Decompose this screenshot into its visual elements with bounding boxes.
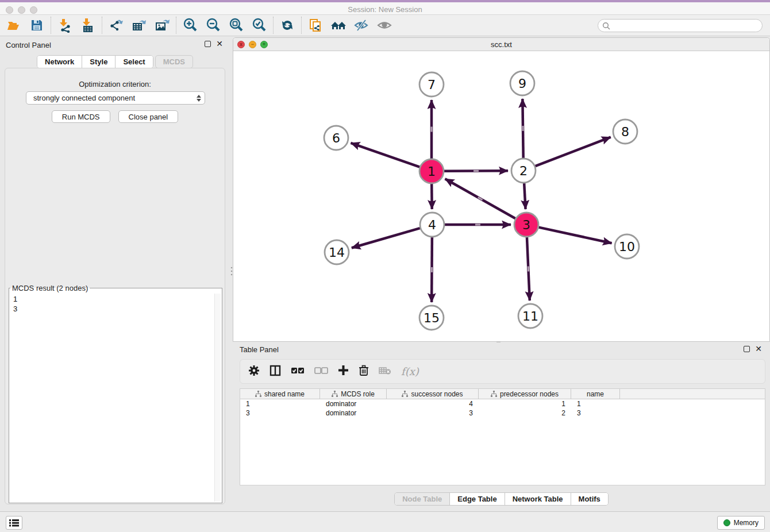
edge-2-3[interactable] xyxy=(524,183,525,209)
mcds-result-text[interactable]: 1 3 xyxy=(10,293,221,502)
column-header-label: predecessor nodes xyxy=(500,390,559,398)
mcds-tab-content: Optimization criterion: strongly connect… xyxy=(5,68,225,504)
import-table-icon[interactable] xyxy=(79,17,97,34)
function-builder-icon[interactable]: f(x) xyxy=(401,365,419,377)
zoom-in-icon[interactable] xyxy=(182,17,199,34)
table-settings-icon[interactable] xyxy=(248,365,260,379)
table-row[interactable]: 3dominator323 xyxy=(240,408,765,418)
table-cell[interactable]: 1 xyxy=(571,400,620,408)
column-visibility-icon[interactable] xyxy=(270,365,281,379)
edge-1-6[interactable] xyxy=(351,143,419,167)
task-history-button[interactable] xyxy=(6,516,22,530)
table-row[interactable]: 1dominator411 xyxy=(240,399,765,408)
node-label-1: 1 xyxy=(428,164,436,179)
table-toolbar: f(x) xyxy=(240,359,765,384)
tab-style[interactable]: Style xyxy=(82,56,116,68)
table-panel-tabs: Node TableEdge TableNetwork TableMotifs xyxy=(233,492,770,506)
edge-2-8[interactable] xyxy=(536,137,611,166)
table-cell[interactable]: 3 xyxy=(387,409,479,417)
column-type-icon xyxy=(332,391,338,397)
close-panel-button[interactable]: Close panel xyxy=(118,110,179,123)
import-network-icon[interactable] xyxy=(56,17,74,34)
node-label-10: 10 xyxy=(619,240,635,254)
column-header-predecessor-nodes[interactable]: predecessor nodes xyxy=(479,389,571,399)
save-session-icon[interactable] xyxy=(28,17,45,34)
window-titlebar: Session: New Session xyxy=(0,0,770,15)
node-label-11: 11 xyxy=(522,309,538,323)
table-cell[interactable]: 1 xyxy=(479,400,571,408)
zoom-fit-icon[interactable] xyxy=(228,17,245,34)
table-cell[interactable]: 1 xyxy=(240,400,320,408)
close-panel-icon[interactable]: ✕ xyxy=(216,41,223,47)
column-type-icon xyxy=(491,391,497,397)
run-mcds-button[interactable]: Run MCDS xyxy=(52,110,110,123)
table-cell[interactable]: 3 xyxy=(240,409,320,417)
float-table-panel-icon[interactable] xyxy=(744,346,750,352)
criterion-dropdown[interactable]: strongly connected component xyxy=(26,91,205,105)
export-image-icon[interactable] xyxy=(153,17,171,34)
network-graph-canvas[interactable]: 7968124314101511 xyxy=(233,51,769,342)
memory-button[interactable]: Memory xyxy=(717,516,765,530)
deselect-all-icon[interactable] xyxy=(314,366,328,377)
node-label-15: 15 xyxy=(424,311,440,325)
tab-node-table[interactable]: Node Table xyxy=(395,493,450,505)
result-scrollbar[interactable] xyxy=(214,294,221,502)
column-header-MCDS-role[interactable]: MCDS role xyxy=(320,389,387,399)
float-panel-icon[interactable] xyxy=(205,41,211,47)
node-table[interactable]: shared nameMCDS rolesuccessor nodesprede… xyxy=(240,388,765,485)
column-header-name[interactable]: name xyxy=(571,389,620,399)
delete-column-icon[interactable] xyxy=(359,365,369,379)
add-column-icon[interactable] xyxy=(338,365,349,378)
tab-select[interactable]: Select xyxy=(116,56,152,68)
edge-4-14[interactable] xyxy=(352,228,420,248)
zoom-out-icon[interactable] xyxy=(205,17,222,34)
delete-table-icon[interactable] xyxy=(379,366,391,377)
network-view-window: x − + scc.txt 7968124314101511 xyxy=(233,37,770,342)
status-bar: Memory xyxy=(0,511,770,532)
node-label-14: 14 xyxy=(329,245,345,260)
export-network-icon[interactable] xyxy=(107,17,125,34)
tab-edge-table[interactable]: Edge Table xyxy=(450,493,505,505)
show-all-networks-icon[interactable] xyxy=(330,17,347,34)
hide-selected-icon[interactable] xyxy=(353,17,370,34)
edge-3-10[interactable] xyxy=(538,228,611,244)
node-label-4: 4 xyxy=(428,218,436,232)
node-label-3: 3 xyxy=(522,218,530,232)
column-type-icon xyxy=(402,391,408,397)
memory-label: Memory xyxy=(734,519,759,527)
tab-network-table[interactable]: Network Table xyxy=(505,493,571,505)
close-table-panel-icon[interactable]: ✕ xyxy=(755,346,762,352)
network-window-titlebar[interactable]: x − + scc.txt xyxy=(233,38,769,51)
table-panel: Table Panel ✕ f(x) shared nameMCDS roles… xyxy=(233,342,770,511)
tab-network[interactable]: Network xyxy=(37,56,82,68)
tab-motifs[interactable]: Motifs xyxy=(571,493,608,505)
table-cell[interactable]: 3 xyxy=(571,409,620,417)
optimization-criterion-label: Optimization criterion: xyxy=(5,80,225,88)
refresh-view-icon[interactable] xyxy=(279,17,296,34)
table-cell[interactable]: 4 xyxy=(387,400,479,408)
export-table-icon[interactable] xyxy=(130,17,148,34)
node-label-9: 9 xyxy=(518,76,526,91)
column-header-label: MCDS role xyxy=(341,390,375,398)
zoom-selected-icon[interactable] xyxy=(251,17,268,34)
search-input[interactable] xyxy=(610,22,762,30)
edge-label-mark xyxy=(478,198,483,200)
table-panel-title: Table Panel xyxy=(240,345,279,354)
network-window-title: scc.txt xyxy=(233,40,769,49)
copy-network-icon[interactable] xyxy=(307,17,324,34)
select-all-icon[interactable] xyxy=(291,366,305,377)
column-header-label: successor nodes xyxy=(411,390,463,398)
task-list-icon xyxy=(9,519,19,527)
table-cell[interactable]: 2 xyxy=(479,409,571,417)
column-header-shared-name[interactable]: shared name xyxy=(240,389,320,399)
column-header-successor-nodes[interactable]: successor nodes xyxy=(387,389,479,399)
show-selected-icon[interactable] xyxy=(376,17,393,34)
tab-mcds[interactable]: MCDS xyxy=(155,55,193,68)
memory-status-icon xyxy=(723,519,730,526)
node-label-7: 7 xyxy=(428,78,436,92)
table-cell[interactable]: dominator xyxy=(320,409,387,417)
search-box[interactable] xyxy=(598,19,763,32)
table-cell[interactable]: dominator xyxy=(320,400,387,408)
column-type-icon xyxy=(255,391,261,397)
open-session-icon[interactable] xyxy=(5,17,22,34)
